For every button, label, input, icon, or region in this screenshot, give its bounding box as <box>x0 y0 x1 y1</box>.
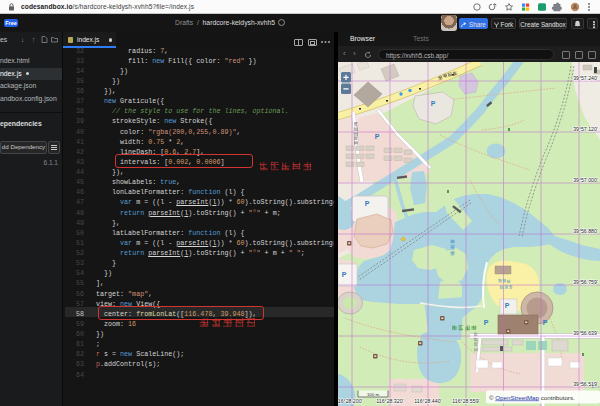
svg-text:116°28.200’: 116°28.200’ <box>338 398 363 404</box>
svg-text:P: P <box>484 319 489 326</box>
svg-text:P: P <box>365 200 370 207</box>
svg-text:39°56.880’: 39°56.880’ <box>573 228 598 234</box>
svg-text:P: P <box>342 271 347 278</box>
svg-text:39°57.240’: 39°57.240’ <box>573 75 598 81</box>
svg-text:P: P <box>505 302 510 309</box>
svg-text:39°57.000’: 39°57.000’ <box>573 177 598 183</box>
svg-text:116°28.559’: 116°28.559’ <box>452 398 479 404</box>
svg-text:100 m: 100 m <box>367 392 380 397</box>
svg-text:39°56.519’: 39°56.519’ <box>573 381 598 387</box>
svg-text:P: P <box>431 100 436 107</box>
svg-text:39°56.639’: 39°56.639’ <box>573 330 598 336</box>
svg-text:© OpenStreetMap contributors.: © OpenStreetMap contributors. <box>489 394 575 401</box>
svg-text:P: P <box>375 133 380 140</box>
svg-text:116°28.320’: 116°28.320’ <box>376 398 403 404</box>
svg-text:39°56.759’: 39°56.759’ <box>573 279 598 285</box>
svg-text:39°57.120’: 39°57.120’ <box>573 126 598 132</box>
svg-text:P: P <box>543 319 548 326</box>
svg-text:116°28.440’: 116°28.440’ <box>414 398 441 404</box>
